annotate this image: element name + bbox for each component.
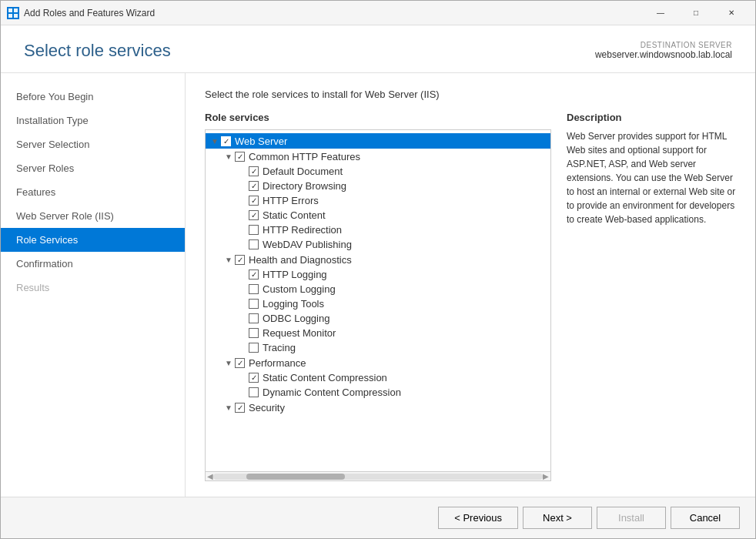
tree-item-dynamic-compress[interactable]: Dynamic Content Compression xyxy=(206,385,550,400)
expander-web-server[interactable]: ▼ xyxy=(209,135,221,147)
tree-item-odbc-logging[interactable]: ODBC Logging xyxy=(206,311,550,326)
checkbox-static-content[interactable] xyxy=(249,210,259,220)
header-area: Select role services DESTINATION SERVER … xyxy=(1,25,755,73)
cancel-button[interactable]: Cancel xyxy=(671,507,740,529)
horizontal-scrollbar[interactable]: ◀ ▶ xyxy=(205,472,551,481)
checkbox-default-doc[interactable] xyxy=(249,166,259,176)
expander-health-diag[interactable]: ▼ xyxy=(222,253,235,266)
content-area: Select role services DESTINATION SERVER … xyxy=(1,25,755,538)
label-http-errors: HTTP Errors xyxy=(263,195,319,206)
label-request-monitor: Request Monitor xyxy=(263,327,336,339)
tree-item-http-redirect[interactable]: HTTP Redirection xyxy=(206,223,550,237)
checkbox-web-server[interactable] xyxy=(221,136,231,146)
label-health-diag: Health and Diagnostics xyxy=(249,254,352,266)
svg-rect-3 xyxy=(14,14,18,18)
checkbox-logging-tools[interactable] xyxy=(249,299,259,309)
window-title: Add Roles and Features Wizard xyxy=(24,8,643,18)
sidebar-item-results: Results xyxy=(1,276,185,300)
close-button[interactable]: ✕ xyxy=(714,1,749,25)
tree-item-dir-browsing[interactable]: Directory Browsing xyxy=(206,179,550,193)
label-tracing: Tracing xyxy=(263,342,296,353)
page-title: Select role services xyxy=(24,41,171,61)
maximize-button[interactable]: □ xyxy=(678,1,714,25)
destination-label: DESTINATION SERVER xyxy=(595,41,732,49)
tree-item-logging-tools[interactable]: Logging Tools xyxy=(206,296,550,311)
sidebar-item-role-services[interactable]: Role Services xyxy=(1,228,185,252)
minimize-button[interactable]: — xyxy=(643,1,678,25)
label-dir-browsing: Directory Browsing xyxy=(263,180,346,192)
tree-item-static-compress[interactable]: Static Content Compression xyxy=(206,370,550,385)
scrollbar-track[interactable] xyxy=(213,474,543,480)
label-static-content: Static Content xyxy=(263,209,326,221)
svg-rect-1 xyxy=(14,8,18,12)
tree-item-tracing[interactable]: Tracing xyxy=(206,340,550,355)
label-webdav: WebDAV Publishing xyxy=(263,239,352,250)
description-title: Description xyxy=(567,112,736,123)
expander-performance[interactable]: ▼ xyxy=(222,357,235,369)
right-panel: Select the role services to install for … xyxy=(186,73,755,497)
description-text: Web Server provides support for HTML Web… xyxy=(567,129,736,226)
tree-item-security[interactable]: ▼ Security xyxy=(206,400,550,415)
label-logging-tools: Logging Tools xyxy=(263,298,324,310)
tree-item-health-diag[interactable]: ▼ Health and Diagnostics xyxy=(206,252,550,267)
tree-item-performance[interactable]: ▼ Performance xyxy=(206,355,550,370)
tree-item-http-logging[interactable]: HTTP Logging xyxy=(206,267,550,282)
two-column-layout: Role services ▼ Web Server ▼ xyxy=(205,112,736,481)
label-default-doc: Default Document xyxy=(263,166,343,177)
checkbox-http-errors[interactable] xyxy=(249,196,259,206)
checkbox-odbc-logging[interactable] xyxy=(249,313,259,323)
tree-item-common-http[interactable]: ▼ Common HTTP Features xyxy=(206,149,550,164)
main-body: Before You Begin Installation Type Serve… xyxy=(1,73,755,497)
label-custom-logging: Custom Logging xyxy=(263,283,336,295)
sidebar-item-installation-type[interactable]: Installation Type xyxy=(1,109,185,132)
sidebar-item-before-you-begin[interactable]: Before You Begin xyxy=(1,85,185,109)
checkbox-tracing[interactable] xyxy=(249,343,259,353)
expander-security[interactable]: ▼ xyxy=(222,401,235,413)
checkbox-request-monitor[interactable] xyxy=(249,328,259,338)
tree-item-custom-logging[interactable]: Custom Logging xyxy=(206,282,550,296)
sidebar-item-server-roles[interactable]: Server Roles xyxy=(1,156,185,180)
label-static-compress: Static Content Compression xyxy=(263,372,387,383)
label-dynamic-compress: Dynamic Content Compression xyxy=(263,387,401,398)
checkbox-performance[interactable] xyxy=(235,358,245,368)
description-panel: Description Web Server provides support … xyxy=(567,112,736,481)
label-http-redirect: HTTP Redirection xyxy=(263,224,342,236)
tree-item-web-server[interactable]: ▼ Web Server xyxy=(206,133,550,149)
label-common-http: Common HTTP Features xyxy=(249,151,360,162)
label-http-logging: HTTP Logging xyxy=(263,269,327,280)
checkbox-http-redirect[interactable] xyxy=(249,225,259,235)
app-icon xyxy=(7,7,19,19)
wizard-window: Add Roles and Features Wizard — □ ✕ Sele… xyxy=(0,0,756,539)
checkbox-dynamic-compress[interactable] xyxy=(249,387,259,397)
server-name: webserver.windowsnoob.lab.local xyxy=(595,49,732,60)
checkbox-http-logging[interactable] xyxy=(249,270,259,280)
checkbox-custom-logging[interactable] xyxy=(249,284,259,294)
checkbox-static-compress[interactable] xyxy=(249,373,259,383)
footer: < Previous Next > Install Cancel xyxy=(1,497,755,538)
checkbox-security[interactable] xyxy=(235,403,245,413)
expander-common-http[interactable]: ▼ xyxy=(222,150,235,162)
tree-item-webdav[interactable]: WebDAV Publishing xyxy=(206,237,550,252)
sidebar-item-web-server-role[interactable]: Web Server Role (IIS) xyxy=(1,204,185,228)
role-services-title: Role services xyxy=(205,112,551,123)
checkbox-webdav[interactable] xyxy=(249,239,259,249)
tree-item-default-doc[interactable]: Default Document xyxy=(206,164,550,179)
label-performance: Performance xyxy=(249,357,306,369)
tree-item-request-monitor[interactable]: Request Monitor xyxy=(206,326,550,340)
window-controls: — □ ✕ xyxy=(643,1,749,25)
install-button: Install xyxy=(597,507,666,529)
tree-item-static-content[interactable]: Static Content xyxy=(206,208,550,223)
tree-container[interactable]: ▼ Web Server ▼ Common HTTP Features xyxy=(205,129,551,472)
instruction-text: Select the role services to install for … xyxy=(205,89,736,100)
sidebar-item-server-selection[interactable]: Server Selection xyxy=(1,132,185,156)
checkbox-common-http[interactable] xyxy=(235,152,245,162)
label-web-server: Web Server xyxy=(235,136,287,147)
next-button[interactable]: Next > xyxy=(523,507,592,529)
sidebar-item-confirmation[interactable]: Confirmation xyxy=(1,252,185,276)
tree-item-http-errors[interactable]: HTTP Errors xyxy=(206,193,550,208)
role-services-panel: Role services ▼ Web Server ▼ xyxy=(205,112,551,481)
checkbox-health-diag[interactable] xyxy=(235,255,245,265)
sidebar-item-features[interactable]: Features xyxy=(1,180,185,204)
checkbox-dir-browsing[interactable] xyxy=(249,181,259,191)
previous-button[interactable]: < Previous xyxy=(438,507,518,529)
